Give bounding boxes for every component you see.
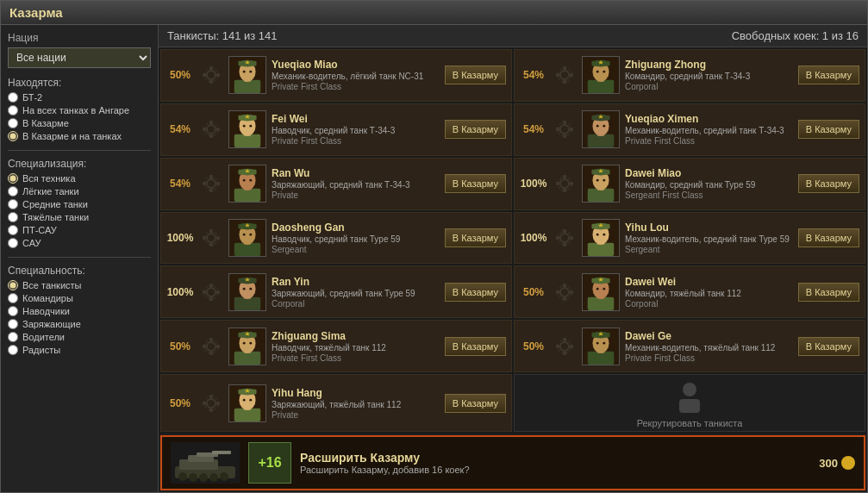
tanker-card: 50% Yihu Hang Заряжающий, тяжёлый танк 1… (160, 374, 512, 432)
tanker-name: Dawei Wei (625, 276, 793, 288)
svg-rect-65 (216, 182, 220, 185)
svg-rect-47 (563, 121, 566, 124)
nation-select[interactable]: Все нации (8, 47, 151, 68)
send-to-barracks-button[interactable]: В Казарму (445, 66, 506, 84)
location-title: Находятся: (8, 77, 151, 89)
send-to-barracks-button[interactable]: В Казарму (798, 283, 859, 302)
svg-rect-63 (209, 189, 213, 192)
send-to-barracks-button[interactable]: В Казарму (798, 66, 859, 84)
svg-rect-32 (209, 121, 213, 124)
spec-heavy[interactable]: Тяжёлые танки (8, 212, 151, 222)
tanker-portrait (582, 56, 620, 94)
svg-point-43 (249, 125, 252, 128)
tanker-portrait (228, 56, 266, 94)
tanker-portrait (228, 273, 266, 311)
svg-rect-93 (209, 243, 213, 246)
tanker-xp: 100% (166, 286, 194, 298)
tanker-gear-icon (553, 63, 577, 87)
svg-point-132 (243, 288, 246, 290)
svg-rect-139 (556, 290, 559, 294)
tanker-rank: Corporal (625, 299, 793, 309)
tanker-gear-icon (553, 334, 577, 359)
tanker-card: 50% Zhiguang Sima Наводчик, тяжёлый танк… (160, 320, 512, 372)
svg-point-58 (603, 125, 605, 128)
send-to-barracks-button[interactable]: В Казарму (445, 120, 506, 139)
svg-rect-127 (234, 297, 261, 310)
svg-rect-125 (216, 290, 220, 294)
svg-rect-170 (570, 345, 573, 348)
svg-rect-35 (216, 128, 220, 131)
location-barracks-tanks[interactable]: В Казарме и на танках (8, 131, 151, 141)
tanker-name: Ran Yin (272, 276, 440, 288)
tanker-info: Zhiguang Zhong Командир, средний танк Т-… (625, 59, 793, 91)
tanker-gear-icon (199, 226, 223, 250)
tanker-rank: Sergeant First Class (625, 190, 793, 200)
expand-bar[interactable]: +16 Расширить Казарму Расширить Казарму,… (160, 435, 865, 490)
svg-rect-62 (209, 175, 213, 178)
tanker-name: Dawei Miao (625, 167, 793, 179)
tanker-gear-icon (553, 280, 577, 304)
svg-rect-82 (588, 189, 615, 202)
tanker-card: 50% Yueqiao Miao Механик-водитель, лёгки… (160, 49, 512, 102)
svg-rect-34 (203, 128, 206, 131)
tanker-rank: Sergeant (625, 245, 793, 254)
spec-spg[interactable]: САУ (8, 238, 151, 248)
svg-rect-78 (563, 189, 566, 192)
svg-rect-2 (209, 66, 213, 70)
tanker-rank: Private First Class (272, 136, 440, 146)
specialty-commander[interactable]: Командиры (8, 293, 151, 303)
send-to-barracks-button[interactable]: В Казарму (445, 174, 506, 193)
expand-text: Расширить Казарму Расширить Казарму, доб… (300, 451, 810, 475)
send-to-barracks-button[interactable]: В Казарму (445, 394, 506, 413)
svg-point-162 (243, 341, 246, 344)
send-to-barracks-button[interactable]: В Казарму (445, 228, 506, 247)
send-to-barracks-button[interactable]: В Казарму (798, 228, 859, 247)
send-to-barracks-button[interactable]: В Казарму (798, 174, 859, 193)
tanker-role: Наводчик, средний танк Т-34-3 (272, 126, 440, 135)
svg-point-203 (189, 473, 197, 482)
svg-point-120 (207, 288, 215, 296)
tanker-portrait (228, 219, 266, 257)
specialty-gunner[interactable]: Наводчики (8, 306, 151, 316)
send-to-barracks-button[interactable]: В Казарму (445, 337, 506, 356)
tanker-role: Командир, тяжёлый танк 112 (625, 289, 793, 298)
tanker-card: 54% Fei Wei Наводчик, средний танк Т-34-… (160, 103, 512, 156)
svg-rect-167 (563, 338, 566, 341)
svg-rect-169 (556, 345, 559, 348)
svg-point-105 (560, 234, 569, 242)
tanker-rank: Private First Class (272, 82, 440, 91)
svg-point-87 (596, 179, 599, 182)
tanker-xp: 54% (520, 69, 547, 81)
location-section: Находятся: БТ-2 На всех танках в Ангаре … (8, 77, 151, 141)
send-to-barracks-button[interactable]: В Казарму (798, 337, 859, 356)
svg-rect-20 (570, 73, 573, 77)
tanker-xp: 50% (166, 340, 194, 353)
svg-rect-77 (563, 175, 566, 178)
svg-point-205 (209, 473, 218, 482)
bunks-count: Свободных коек: 1 из 16 (732, 29, 859, 42)
recruit-placeholder: Рекрутировать танкиста (514, 374, 865, 432)
tanker-gear-icon (199, 117, 223, 141)
specialty-driver[interactable]: Водители (8, 332, 151, 342)
specialty-radio[interactable]: Радисты (8, 345, 151, 355)
specialty-loader[interactable]: Заряжающие (8, 319, 151, 329)
spec-light[interactable]: Лёгкие танки (8, 186, 151, 197)
spec-td[interactable]: ПТ-САУ (8, 225, 151, 235)
location-all-hangar[interactable]: На всех танках в Ангаре (8, 105, 151, 115)
location-bt2[interactable]: БТ-2 (8, 92, 151, 103)
tanker-info: Fei Wei Наводчик, средний танк Т-34-3 Pr… (272, 113, 440, 146)
tanker-info: Daosheng Gan Наводчик, средний танк Type… (272, 222, 440, 254)
tanker-name: Yueqiao Miao (272, 59, 440, 71)
svg-rect-172 (588, 351, 615, 364)
send-to-barracks-button[interactable]: В Казарму (798, 120, 859, 139)
tanker-name: Dawei Ge (625, 330, 793, 342)
spec-group: Вся техника Лёгкие танки Средние танки Т… (8, 173, 151, 248)
specialty-all[interactable]: Все танкисты (8, 280, 151, 290)
location-barracks[interactable]: В Казарме (8, 118, 151, 128)
spec-medium[interactable]: Средние танки (8, 199, 151, 209)
send-to-barracks-button[interactable]: В Казарму (445, 283, 506, 302)
tanker-portrait (228, 110, 266, 148)
spec-all[interactable]: Вся техника (8, 173, 151, 184)
tanker-card: 100% Yihu Lou Механик-водитель, средний … (514, 212, 865, 265)
tanker-role: Механик-водитель, тяжёлый танк 112 (625, 343, 793, 353)
